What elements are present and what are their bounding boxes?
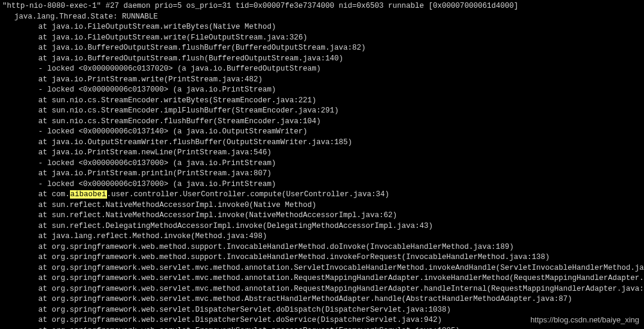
search-highlight: aibaobei xyxy=(70,190,107,199)
watermark-text: https://blog.csdn.net/baiye_xing xyxy=(530,315,639,325)
stack-frame: at org.springframework.web.servlet.Dispa… xyxy=(2,305,642,316)
stack-frame: at java.io.OutputStreamWriter.flushBuffe… xyxy=(2,138,642,148)
stack-frame: at org.springframework.web.servlet.mvc.m… xyxy=(2,294,642,305)
stack-frame: at java.io.BufferedOutputStream.flushBuf… xyxy=(2,43,642,54)
stack-frame: at org.springframework.web.servlet.mvc.m… xyxy=(2,263,642,274)
stack-frame: at org.springframework.web.servlet.mvc.m… xyxy=(2,273,642,284)
stack-frame: at java.lang.reflect.Method.invoke(Metho… xyxy=(2,231,642,242)
stack-frame: - locked <0x00000006c0137000> (a java.io… xyxy=(2,85,642,96)
stack-frame: at org.springframework.web.servlet.mvc.m… xyxy=(2,284,642,295)
thread-header: "http-nio-8080-exec-1" #27 daemon prio=5… xyxy=(2,1,642,12)
stack-frame: at java.io.FileOutputStream.write(FileOu… xyxy=(2,33,642,44)
stack-frame: at sun.reflect.NativeMethodAccessorImpl.… xyxy=(2,200,642,211)
stack-frame: at org.springframework.web.method.suppor… xyxy=(2,242,642,253)
frame-prefix: at com. xyxy=(38,190,70,199)
stack-frame: - locked <0x00000006c0137000> (a java.io… xyxy=(2,179,642,190)
stack-frame: at org.springframework.web.servlet.Frame… xyxy=(2,326,642,330)
stack-frame: at sun.nio.cs.StreamEncoder.flushBuffer(… xyxy=(2,117,642,127)
stack-frame: at java.io.FileOutputStream.writeBytes(N… xyxy=(2,22,642,33)
stack-frame: at sun.reflect.DelegatingMethodAccessorI… xyxy=(2,221,642,232)
frame-suffix: .user.controller.UserController.compute(… xyxy=(107,190,390,199)
stack-frame: at java.io.PrintStream.newLine(PrintStre… xyxy=(2,148,642,159)
stack-frame: - locked <0x00000006c0137140> (a java.io… xyxy=(2,127,642,138)
stack-frame: - locked <0x000000006c0137020> (a java.i… xyxy=(2,64,642,75)
stack-frame: - locked <0x00000006c0137000> (a java.io… xyxy=(2,159,642,169)
stack-frame: at sun.nio.cs.StreamEncoder.implFlushBuf… xyxy=(2,106,642,117)
stack-frame: at java.io.PrintStream.write(PrintStream… xyxy=(2,75,642,86)
stack-frame: at sun.nio.cs.StreamEncoder.writeBytes(S… xyxy=(2,96,642,106)
stack-frame: at org.springframework.web.method.suppor… xyxy=(2,252,642,263)
stack-frame-highlighted: at com.aibaobei.user.controller.UserCont… xyxy=(2,190,642,200)
stack-frame: at java.io.BufferedOutputStream.flush(Bu… xyxy=(2,54,642,65)
stack-frame: at sun.reflect.NativeMethodAccessorImpl.… xyxy=(2,211,642,221)
stack-frame: at java.io.PrintStream.println(PrintStre… xyxy=(2,169,642,179)
thread-state: java.lang.Thread.State: RUNNABLE xyxy=(2,12,642,23)
